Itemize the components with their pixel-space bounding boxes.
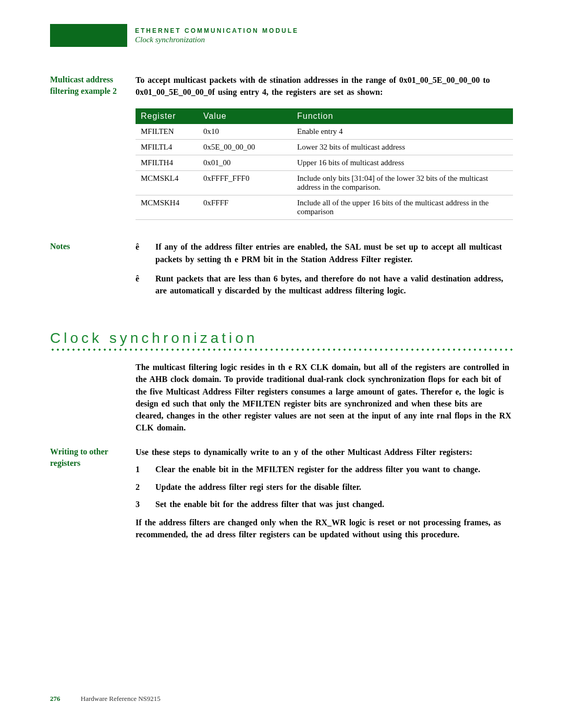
notes-list: ê If any of the address filter entries a… [136, 241, 513, 297]
clock-paragraph: The multicast filtering logic resides in… [136, 361, 513, 434]
header-subtitle: Clock synchronization [135, 35, 299, 44]
side-label-writing: Writing to other registers [50, 446, 131, 468]
cell-register: MFILTEN [136, 124, 198, 140]
side-label-notes: Notes [50, 241, 131, 252]
bullet-glyph: ê [136, 273, 155, 297]
cell-register: MFILTH4 [136, 155, 198, 171]
step-text: Update the address filter regi sters for… [155, 481, 513, 493]
cell-value: 0x5E_00_00_00 [198, 140, 292, 155]
table-row: MCMSKL4 0xFFFF_FFF0 Include only bits [3… [136, 171, 513, 195]
section-title: Clock synchronization [50, 330, 513, 347]
table-row: MCMSKH4 0xFFFF Include all of the upper … [136, 195, 513, 220]
step-item: 1 Clear the enable bit in the MFILTEN re… [136, 463, 513, 475]
step-text: Clear the enable bit in the MFILTEN regi… [155, 463, 513, 475]
cell-value: 0x01_00 [198, 155, 292, 171]
page-footer: 276 Hardware Reference NS9215 [50, 695, 161, 703]
step-number: 3 [136, 498, 155, 510]
dotted-rule [50, 348, 513, 352]
example-intro: To accept multicast packets with de stin… [136, 74, 513, 98]
cell-function: Lower 32 bits of multicast address [292, 140, 513, 155]
step-item: 2 Update the address filter regi sters f… [136, 481, 513, 493]
cell-register: MFILTL4 [136, 140, 198, 155]
page-number: 276 [50, 695, 60, 702]
table-row: MFILTH4 0x01_00 Upper 16 bits of multica… [136, 155, 513, 171]
note-text: Runt packets that are less than 6 bytes,… [155, 273, 513, 297]
header-title: ETHERNET COMMUNICATION MODULE [135, 27, 299, 34]
note-item: ê Runt packets that are less than 6 byte… [136, 273, 513, 297]
page-header: ETHERNET COMMUNICATION MODULE Clock sync… [135, 27, 299, 44]
cell-value: 0x10 [198, 124, 292, 140]
bullet-glyph: ê [136, 241, 155, 265]
table-row: MFILTEN 0x10 Enable entry 4 [136, 124, 513, 140]
cell-function: Include only bits [31:04] of the lower 3… [292, 171, 513, 195]
step-number: 2 [136, 481, 155, 493]
cell-function: Upper 16 bits of multicast address [292, 155, 513, 171]
code-rx-wr: RX_WR [315, 518, 346, 527]
steps-list: 1 Clear the enable bit in the MFILTEN re… [136, 463, 513, 510]
cell-register: MCMSKH4 [136, 195, 198, 220]
th-register: Register [136, 108, 198, 124]
doc-title: Hardware Reference NS9215 [81, 695, 161, 702]
note-text: If any of the address filter entries are… [155, 241, 513, 265]
writing-postscript: If the address filters are changed only … [136, 516, 513, 540]
step-item: 3 Set the enable bit for the address fil… [136, 498, 513, 510]
writing-intro: Use these steps to dynamically write to … [136, 446, 513, 458]
th-value: Value [198, 108, 292, 124]
cell-value: 0xFFFF [198, 195, 292, 220]
side-label-example: Multicast address filtering example 2 [50, 74, 131, 96]
step-number: 1 [136, 463, 155, 475]
cell-register: MCMSKL4 [136, 171, 198, 195]
cell-value: 0xFFFF_FFF0 [198, 171, 292, 195]
section-heading: Clock synchronization [50, 330, 513, 352]
cell-function: Include all of the upper 16 bits of the … [292, 195, 513, 220]
header-accent-block [50, 24, 127, 47]
th-function: Function [292, 108, 513, 124]
cell-function: Enable entry 4 [292, 124, 513, 140]
step-text: Set the enable bit for the address filte… [155, 498, 513, 510]
note-item: ê If any of the address filter entries a… [136, 241, 513, 265]
register-table: Register Value Function MFILTEN 0x10 Ena… [136, 108, 513, 220]
table-row: MFILTL4 0x5E_00_00_00 Lower 32 bits of m… [136, 140, 513, 155]
